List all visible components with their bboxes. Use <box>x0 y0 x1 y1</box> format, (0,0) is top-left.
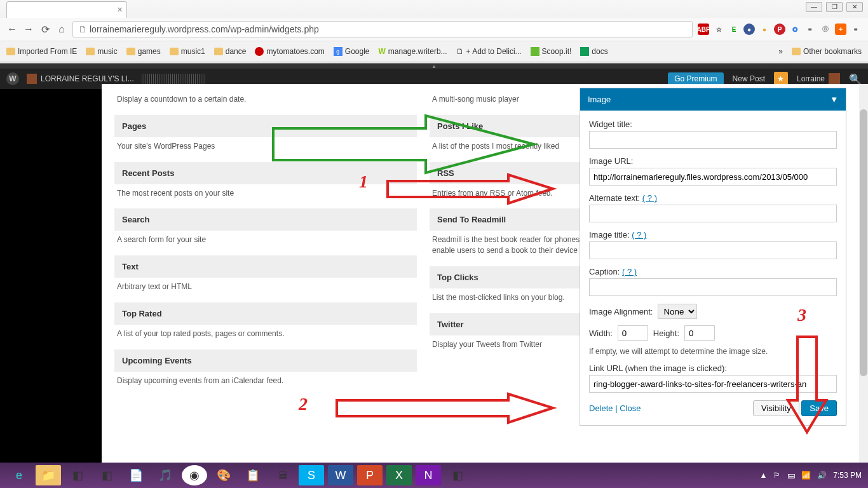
link-url-input[interactable] <box>589 375 837 393</box>
site-name[interactable]: LORRAINE REGULY'S LI... <box>27 74 134 84</box>
save-button[interactable]: Save <box>801 400 837 416</box>
alt-text-input[interactable] <box>589 205 837 222</box>
help-link[interactable]: ( ? ) <box>642 193 657 203</box>
ext-star-icon[interactable]: ✪ <box>789 24 801 35</box>
widget-title: Text <box>114 255 417 278</box>
go-premium-button[interactable]: Go Premium <box>668 72 723 85</box>
alignment-select[interactable]: None <box>658 304 697 319</box>
pinterest-icon[interactable]: P <box>774 24 785 35</box>
home-button[interactable]: ⌂ <box>56 24 67 35</box>
visibility-button[interactable]: Visibility <box>753 400 799 416</box>
link-actions: Delete | Close <box>589 403 641 413</box>
close-window-button[interactable]: ✕ <box>846 2 863 12</box>
reload-button[interactable]: ⟳ <box>39 24 51 35</box>
link-url-label: Link URL (when the image is clicked): <box>589 363 837 373</box>
app-icon[interactable]: 📋 <box>240 465 266 485</box>
scrollbar[interactable] <box>859 84 868 463</box>
width-input[interactable] <box>618 325 648 341</box>
height-input[interactable] <box>684 325 715 341</box>
skype-icon[interactable]: S <box>299 465 324 485</box>
bookmark-item[interactable]: mytomatoes.com <box>255 47 324 56</box>
excel-icon[interactable]: X <box>386 465 412 485</box>
addthis-icon[interactable]: ＋ <box>835 24 846 35</box>
bookmark-item[interactable]: music <box>86 47 117 56</box>
panel-header[interactable]: Image ▼ <box>580 88 846 111</box>
clock[interactable]: 7:53 PM <box>833 471 862 480</box>
ext-e-icon[interactable]: E <box>728 24 740 35</box>
paint-icon[interactable]: 🎨 <box>211 465 236 485</box>
onenote-icon[interactable]: N <box>416 465 441 485</box>
chevron-down-icon: ▼ <box>830 95 838 104</box>
minimize-button[interactable]: — <box>806 2 822 12</box>
widget-description: A list of your top rated posts, pages or… <box>114 325 417 339</box>
forward-button[interactable]: → <box>23 24 34 35</box>
star-icon[interactable]: ☆ <box>713 24 724 35</box>
widget-item[interactable]: Upcoming EventsDisplay upcoming events f… <box>114 349 417 386</box>
widget-title-input[interactable] <box>589 131 837 149</box>
wordpress-logo-icon[interactable]: W <box>6 72 19 85</box>
app-icon[interactable]: ◧ <box>445 465 470 485</box>
buffer-icon[interactable]: ≡ <box>804 24 816 35</box>
ext-a-icon[interactable]: ⓐ <box>820 24 831 35</box>
app-icon[interactable]: ◧ <box>65 465 90 485</box>
widget-item[interactable]: SearchA search form for your site <box>114 208 417 245</box>
powerpoint-icon[interactable]: P <box>357 465 383 485</box>
url-bar[interactable]: 🗋 lorrainemariereguly.wordpress.com/wp-a… <box>72 21 693 37</box>
app-icon[interactable]: 🎵 <box>153 465 178 485</box>
image-url-label: Image URL: <box>589 156 837 166</box>
close-link[interactable]: Close <box>620 403 641 413</box>
explorer-icon[interactable]: 📁 <box>36 465 61 485</box>
word-icon[interactable]: W <box>328 465 353 485</box>
menu-icon[interactable]: ≡ <box>850 24 862 35</box>
help-link[interactable]: ( ? ) <box>622 267 637 276</box>
user-menu[interactable]: Lorraine <box>797 73 840 85</box>
folder-icon <box>170 48 179 55</box>
stats-sparkline[interactable] <box>142 74 205 84</box>
caption-input[interactable] <box>589 278 837 296</box>
maximize-button[interactable]: ❐ <box>826 2 843 12</box>
app-icon[interactable]: 🖥 <box>269 465 295 485</box>
bookmark-item[interactable]: 🗋+ Add to Delici... <box>456 47 522 56</box>
google-icon: g <box>334 47 342 56</box>
ie-icon[interactable]: e <box>6 465 32 485</box>
delete-link[interactable]: Delete <box>589 403 613 413</box>
scrollbar-thumb[interactable] <box>860 109 867 376</box>
bookmarks-overflow[interactable]: » <box>778 47 783 56</box>
tray-up-icon[interactable]: ▲ <box>759 471 767 480</box>
widget-item[interactable]: TextArbitrary text or HTML <box>114 255 417 292</box>
bookmark-item[interactable]: gGoogle <box>334 47 370 56</box>
back-button[interactable]: ← <box>6 24 18 35</box>
caption-label: Caption: ( ? ) <box>589 267 837 276</box>
other-bookmarks[interactable]: Other bookmarks <box>792 47 862 56</box>
chrome-icon[interactable]: ◉ <box>182 465 207 485</box>
new-post-link[interactable]: New Post <box>733 74 765 83</box>
search-icon[interactable]: 🔍 <box>849 73 862 85</box>
widget-item[interactable]: Recent PostsThe most recent posts on you… <box>114 162 417 199</box>
bookmark-item[interactable]: Imported From IE <box>6 47 77 56</box>
abp-icon[interactable]: ABP <box>698 24 709 35</box>
tab-close-icon[interactable]: ✕ <box>117 6 123 14</box>
browser-tab[interactable]: ✕ <box>6 1 127 18</box>
bookmark-item[interactable]: docs <box>580 47 607 56</box>
widget-item[interactable]: PagesYour site's WordPress Pages <box>114 115 417 152</box>
libre-icon[interactable]: 📄 <box>123 465 149 485</box>
ext-orange-icon[interactable]: ● <box>759 24 770 35</box>
image-title-input[interactable] <box>589 241 837 259</box>
tray-icon[interactable]: 🏳 <box>773 471 781 480</box>
collapse-bar[interactable]: ▲ <box>0 64 868 69</box>
app-icon[interactable]: ◧ <box>94 465 119 485</box>
bookmark-item[interactable]: music1 <box>170 47 205 56</box>
tray-icon[interactable]: 🖴 <box>787 471 795 480</box>
bookmark-item[interactable]: Wmanage.writerb... <box>379 47 447 56</box>
help-link[interactable]: ( ? ) <box>632 230 646 240</box>
widget-item[interactable]: Top RatedA list of your top rated posts,… <box>114 302 417 339</box>
widget-item[interactable]: Display a countdown to a certain date. <box>114 90 417 105</box>
bookmark-item[interactable]: dance <box>214 47 247 56</box>
bookmark-item[interactable]: Scoop.it! <box>531 47 572 56</box>
ext-blue-icon[interactable]: ● <box>743 24 755 35</box>
image-url-input[interactable] <box>589 168 837 186</box>
network-icon[interactable]: 📶 <box>801 471 811 480</box>
volume-icon[interactable]: 🔊 <box>817 471 827 480</box>
bookmark-item[interactable]: games <box>126 47 161 56</box>
width-label: Width: <box>589 329 613 338</box>
